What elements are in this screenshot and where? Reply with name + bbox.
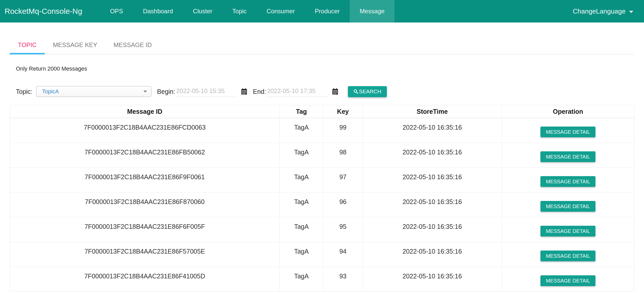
operation-cell: MESSAGE DETAIL <box>502 267 634 292</box>
message-table-header: Message ID Tag Key StoreTime Operation <box>10 105 634 118</box>
calendar-icon[interactable] <box>241 88 247 95</box>
tab-message-key[interactable]: MESSAGE KEY <box>45 37 105 54</box>
nav-item-ops[interactable]: OPS <box>100 0 133 22</box>
key-cell: 97 <box>323 168 363 193</box>
chevron-down-icon <box>143 91 147 93</box>
storetime-cell: 2022-05-10 16:35:16 <box>363 267 502 292</box>
topic-select-value: TopicA <box>42 88 143 95</box>
col-header-key: Key <box>323 105 363 118</box>
key-cell: 95 <box>323 217 363 242</box>
key-cell: 96 <box>323 193 363 217</box>
navbar: RocketMq-Console-Ng OPS Dashboard Cluste… <box>0 0 644 22</box>
tab-label: TOPIC <box>18 41 37 48</box>
message-id-cell: 7F0000013F2C18B4AAC231E86FB50062 <box>10 143 280 168</box>
begin-date-input[interactable] <box>175 86 236 97</box>
search-form: Topic: TopicA Begin: End: <box>10 86 634 97</box>
message-detail-button[interactable]: MESSAGE DETAIL <box>540 201 595 212</box>
nav-item-label: OPS <box>110 8 123 15</box>
search-icon <box>353 89 358 94</box>
storetime-cell: 2022-05-10 16:35:16 <box>363 168 502 193</box>
message-detail-button[interactable]: MESSAGE DETAIL <box>540 127 595 137</box>
operation-cell: MESSAGE DETAIL <box>502 217 634 242</box>
main-content: TOPIC MESSAGE KEY MESSAGE ID Only Return… <box>0 37 644 292</box>
nav-menu: OPS Dashboard Cluster Topic Consumer Pro… <box>100 0 394 22</box>
nav-item-label: Topic <box>232 8 247 15</box>
table-row: 7F0000013F2C18B4AAC231E86F9F0061 TagA 97… <box>10 168 634 193</box>
table-row: 7F0000013F2C18B4AAC231E86FB50062 TagA 98… <box>10 143 634 168</box>
message-detail-button[interactable]: MESSAGE DETAIL <box>540 176 595 187</box>
message-detail-button[interactable]: MESSAGE DETAIL <box>540 151 595 162</box>
nav-item-topic[interactable]: Topic <box>222 0 257 22</box>
message-detail-button[interactable]: MESSAGE DETAIL <box>540 275 595 286</box>
message-detail-button[interactable]: MESSAGE DETAIL <box>540 251 595 261</box>
calendar-icon[interactable] <box>332 88 338 95</box>
nav-item-producer[interactable]: Producer <box>305 0 349 22</box>
topic-label: Topic: <box>16 88 32 95</box>
storetime-cell: 2022-05-10 16:35:16 <box>363 143 502 168</box>
key-cell: 93 <box>323 267 363 292</box>
end-date-input[interactable] <box>266 86 327 97</box>
key-cell: 94 <box>323 242 363 267</box>
key-cell: 99 <box>323 118 363 143</box>
operation-cell: MESSAGE DETAIL <box>502 118 634 143</box>
nav-item-message[interactable]: Message <box>350 0 394 22</box>
table-row: 7F0000013F2C18B4AAC231E86FCD0063 TagA 99… <box>10 118 634 143</box>
operation-cell: MESSAGE DETAIL <box>502 168 634 193</box>
storetime-cell: 2022-05-10 16:35:16 <box>363 242 502 267</box>
col-header-message-id: Message ID <box>10 105 280 118</box>
tag-cell: TagA <box>279 168 323 193</box>
topic-select[interactable]: TopicA <box>36 86 151 97</box>
tag-cell: TagA <box>279 267 323 292</box>
tab-topic[interactable]: TOPIC <box>10 37 45 54</box>
message-id-cell: 7F0000013F2C18B4AAC231E86FCD0063 <box>10 118 280 143</box>
table-row: 7F0000013F2C18B4AAC231E86F57005E TagA 94… <box>10 242 634 267</box>
operation-cell: MESSAGE DETAIL <box>502 242 634 267</box>
change-language-dropdown[interactable]: ChangeLanguage <box>573 0 644 22</box>
key-cell: 98 <box>323 143 363 168</box>
col-header-operation: Operation <box>502 105 634 118</box>
app-brand[interactable]: RocketMq-Console-Ng <box>0 0 89 22</box>
col-header-tag: Tag <box>279 105 323 118</box>
tab-bar: TOPIC MESSAGE KEY MESSAGE ID <box>10 37 634 54</box>
message-id-cell: 7F0000013F2C18B4AAC231E86F57005E <box>10 242 280 267</box>
tag-cell: TagA <box>279 118 323 143</box>
col-header-storetime: StoreTime <box>363 105 502 118</box>
storetime-cell: 2022-05-10 16:35:16 <box>363 217 502 242</box>
message-table-body: 7F0000013F2C18B4AAC231E86FCD0063 TagA 99… <box>10 118 634 292</box>
nav-item-label: Dashboard <box>143 8 173 15</box>
search-button[interactable]: SEARCH <box>348 86 387 97</box>
tag-cell: TagA <box>279 193 323 217</box>
storetime-cell: 2022-05-10 16:35:16 <box>363 193 502 217</box>
tab-message-id[interactable]: MESSAGE ID <box>105 37 160 54</box>
message-table: Message ID Tag Key StoreTime Operation 7… <box>10 105 634 292</box>
table-row: 7F0000013F2C18B4AAC231E86F870060 TagA 96… <box>10 193 634 217</box>
nav-item-label: Consumer <box>267 8 295 15</box>
search-button-label: SEARCH <box>359 88 381 95</box>
tag-cell: TagA <box>279 242 323 267</box>
nav-item-label: Cluster <box>193 8 212 15</box>
operation-cell: MESSAGE DETAIL <box>502 193 634 217</box>
message-id-cell: 7F0000013F2C18B4AAC231E86F41005D <box>10 267 280 292</box>
tab-label: MESSAGE ID <box>114 41 152 48</box>
nav-item-label: Message <box>360 8 385 15</box>
tab-label: MESSAGE KEY <box>53 41 97 48</box>
nav-item-label: Producer <box>315 8 340 15</box>
message-id-cell: 7F0000013F2C18B4AAC231E86F6F005F <box>10 217 280 242</box>
message-id-cell: 7F0000013F2C18B4AAC231E86F9F0061 <box>10 168 280 193</box>
begin-label: Begin: <box>157 88 175 95</box>
nav-item-dashboard[interactable]: Dashboard <box>133 0 183 22</box>
chevron-down-icon <box>629 11 633 13</box>
limit-note: Only Return 2000 Messages <box>10 65 634 72</box>
end-label: End: <box>253 88 266 95</box>
message-id-cell: 7F0000013F2C18B4AAC231E86F870060 <box>10 193 280 217</box>
operation-cell: MESSAGE DETAIL <box>502 143 634 168</box>
tag-cell: TagA <box>279 143 323 168</box>
nav-item-consumer[interactable]: Consumer <box>257 0 305 22</box>
tag-cell: TagA <box>279 217 323 242</box>
nav-item-cluster[interactable]: Cluster <box>183 0 222 22</box>
change-language-label: ChangeLanguage <box>573 7 626 15</box>
message-detail-button[interactable]: MESSAGE DETAIL <box>540 226 595 236</box>
table-row: 7F0000013F2C18B4AAC231E86F6F005F TagA 95… <box>10 217 634 242</box>
table-row: 7F0000013F2C18B4AAC231E86F41005D TagA 93… <box>10 267 634 292</box>
storetime-cell: 2022-05-10 16:35:16 <box>363 118 502 143</box>
